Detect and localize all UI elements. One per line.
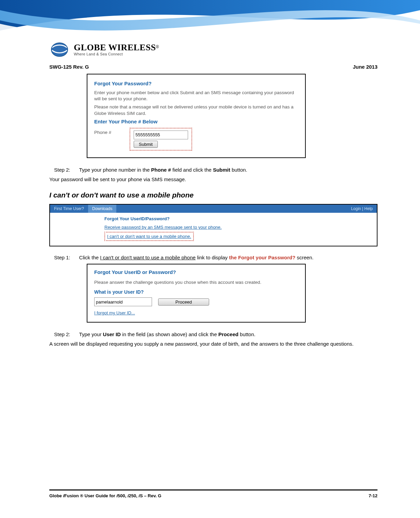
footer-page-number: 7-12	[369, 493, 377, 498]
user-id-question: What is your User ID?	[94, 289, 298, 295]
final-paragraph: A screen will be displayed requesting yo…	[49, 341, 377, 347]
forgot-password-title: Forgot Your Password?	[94, 81, 298, 86]
forgot-userid-screenshot: Forgot Your UserID or Password? Please a…	[87, 264, 306, 323]
login-tabs-screenshot: First Time User? Downloads Login | Help …	[49, 204, 377, 246]
page-footer: Globe iFusion ® User Guide for i500, i25…	[49, 489, 377, 498]
proceed-button[interactable]: Proceed	[158, 298, 209, 306]
phone-input-highlight: Submit	[130, 128, 192, 151]
forgot-password-instruction-1: Enter your phone number below and click …	[94, 90, 298, 102]
user-id-input[interactable]	[94, 297, 152, 306]
tab-downloads[interactable]: Downloads	[88, 205, 116, 213]
step-label: Step 2:	[54, 167, 70, 173]
step-1-no-mobile: Step 1: Click the I can't or don't want …	[54, 255, 377, 260]
step-text: Click the I can't or don't want to use a…	[79, 255, 377, 260]
brand-reg-mark: ®	[156, 45, 159, 49]
step-2-userid: Step 2: Type your User ID in the field (…	[54, 331, 377, 337]
globe-logo-icon	[49, 41, 70, 58]
brand-logo-block: GLOBE WIRELESS® Where Land & Sea Connect	[49, 41, 377, 58]
forgot-userid-heading: Forgot Your UserID/Password?	[104, 216, 377, 221]
brand-name: GLOBE WIRELESS	[74, 42, 156, 52]
forgot-password-instruction-2: Please note that a message will not be d…	[94, 104, 298, 116]
doc-date: June 2013	[353, 64, 377, 70]
document-page: GLOBE WIRELESS® Where Land & Sea Connect…	[0, 0, 420, 518]
forgot-password-screenshot: Forgot Your Password? Enter your phone n…	[87, 74, 306, 158]
no-mobile-link[interactable]: I can't or don't want to use a mobile ph…	[107, 234, 191, 239]
submit-button[interactable]: Submit	[134, 141, 157, 148]
step-text: Type your phone number in the Phone # fi…	[79, 167, 377, 173]
challenge-instruction: Please answer the challenge questions yo…	[94, 280, 298, 285]
password-sent-paragraph: Your password will be sent to your phone…	[49, 176, 377, 183]
phone-number-label: Phone #	[94, 128, 111, 135]
phone-number-input[interactable]	[134, 131, 188, 139]
no-mobile-link-highlight: I can't or don't want to use a mobile ph…	[104, 232, 194, 241]
forgot-user-id-link[interactable]: I forgot my User ID...	[94, 310, 135, 315]
step-label: Step 1:	[54, 255, 70, 260]
section-heading-no-mobile: I can't or don't want to use a mobile ph…	[49, 191, 377, 199]
step-2-phone: Step 2: Type your phone number in the Ph…	[54, 167, 377, 173]
header-wave-graphic	[0, 0, 420, 48]
tabs-right-links[interactable]: Login | Help	[347, 205, 377, 213]
enter-phone-heading: Enter Your Phone # Below	[94, 119, 298, 124]
step-label: Step 2:	[54, 331, 70, 337]
doc-revision: SWG-125 Rev. G	[49, 64, 89, 70]
sms-password-link[interactable]: Receive password by an SMS message sent …	[104, 225, 222, 230]
tab-first-time-user[interactable]: First Time User?	[50, 205, 88, 213]
step-text: Type your User ID in the field (as shown…	[79, 331, 377, 337]
footer-left: Globe iFusion ® User Guide for i500, i25…	[49, 493, 161, 498]
forgot-userid-title: Forgot Your UserID or Password?	[94, 269, 298, 275]
